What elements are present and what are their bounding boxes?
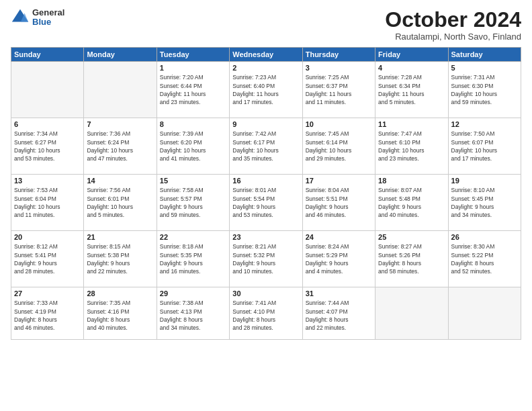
day-info: Sunrise: 7:41 AM Sunset: 4:10 PM Dayligh… <box>232 299 299 332</box>
day-number: 26 <box>451 233 518 241</box>
day-number: 21 <box>87 233 153 241</box>
header: General Blue October 2024 Rautalampi, No… <box>11 8 521 42</box>
day-info: Sunrise: 7:33 AM Sunset: 4:19 PM Dayligh… <box>14 299 81 332</box>
table-row: 17Sunrise: 8:04 AM Sunset: 5:51 PM Dayli… <box>302 175 375 231</box>
day-number: 10 <box>306 120 372 128</box>
day-info: Sunrise: 8:21 AM Sunset: 5:32 PM Dayligh… <box>232 242 299 275</box>
day-info: Sunrise: 7:38 AM Sunset: 4:13 PM Dayligh… <box>160 299 226 332</box>
day-number: 5 <box>451 64 518 72</box>
day-number: 2 <box>232 64 299 72</box>
logo-icon <box>11 8 30 27</box>
day-info: Sunrise: 8:18 AM Sunset: 5:35 PM Dayligh… <box>160 242 226 275</box>
day-info: Sunrise: 8:01 AM Sunset: 5:54 PM Dayligh… <box>232 186 299 219</box>
table-row: 28Sunrise: 7:35 AM Sunset: 4:16 PM Dayli… <box>84 287 157 340</box>
day-number: 8 <box>160 120 226 128</box>
day-number: 29 <box>160 289 226 298</box>
day-info: Sunrise: 7:36 AM Sunset: 6:24 PM Dayligh… <box>87 130 153 163</box>
day-number: 30 <box>232 289 299 298</box>
day-info: Sunrise: 7:39 AM Sunset: 6:20 PM Dayligh… <box>160 130 226 163</box>
page: General Blue October 2024 Rautalampi, No… <box>0 0 532 411</box>
table-row: 10Sunrise: 7:45 AM Sunset: 6:14 PM Dayli… <box>302 118 375 175</box>
day-info: Sunrise: 7:42 AM Sunset: 6:17 PM Dayligh… <box>232 130 299 163</box>
day-info: Sunrise: 7:58 AM Sunset: 5:57 PM Dayligh… <box>160 186 226 219</box>
day-info: Sunrise: 8:10 AM Sunset: 5:45 PM Dayligh… <box>451 186 518 219</box>
day-number: 4 <box>378 64 445 72</box>
calendar-week-2: 6Sunrise: 7:34 AM Sunset: 6:27 PM Daylig… <box>11 118 521 175</box>
day-number: 22 <box>160 233 226 241</box>
title-block: October 2024 Rautalampi, North Savo, Fin… <box>385 8 521 42</box>
calendar-table: Sunday Monday Tuesday Wednesday Thursday… <box>11 47 521 340</box>
day-info: Sunrise: 8:24 AM Sunset: 5:29 PM Dayligh… <box>306 242 372 275</box>
table-row: 11Sunrise: 7:47 AM Sunset: 6:10 PM Dayli… <box>375 118 448 175</box>
table-row <box>448 287 521 340</box>
col-monday: Monday <box>84 48 157 62</box>
day-info: Sunrise: 8:15 AM Sunset: 5:38 PM Dayligh… <box>87 242 153 275</box>
day-number: 25 <box>378 233 445 241</box>
day-number: 12 <box>451 120 518 128</box>
day-number: 16 <box>232 177 299 185</box>
table-row: 12Sunrise: 7:50 AM Sunset: 6:07 PM Dayli… <box>448 118 521 175</box>
day-number: 18 <box>378 177 445 185</box>
table-row: 18Sunrise: 8:07 AM Sunset: 5:48 PM Dayli… <box>375 175 448 231</box>
day-info: Sunrise: 7:23 AM Sunset: 6:40 PM Dayligh… <box>232 73 299 106</box>
table-row: 23Sunrise: 8:21 AM Sunset: 5:32 PM Dayli… <box>230 231 302 287</box>
table-row: 1Sunrise: 7:20 AM Sunset: 6:44 PM Daylig… <box>157 62 229 118</box>
day-number: 6 <box>14 120 81 128</box>
calendar-header-row: Sunday Monday Tuesday Wednesday Thursday… <box>11 48 521 62</box>
table-row: 20Sunrise: 8:12 AM Sunset: 5:41 PM Dayli… <box>11 231 84 287</box>
day-info: Sunrise: 7:28 AM Sunset: 6:34 PM Dayligh… <box>378 73 445 106</box>
day-info: Sunrise: 8:30 AM Sunset: 5:22 PM Dayligh… <box>451 242 518 275</box>
table-row: 16Sunrise: 8:01 AM Sunset: 5:54 PM Dayli… <box>230 175 302 231</box>
table-row: 30Sunrise: 7:41 AM Sunset: 4:10 PM Dayli… <box>230 287 302 340</box>
table-row: 29Sunrise: 7:38 AM Sunset: 4:13 PM Dayli… <box>157 287 229 340</box>
table-row: 31Sunrise: 7:44 AM Sunset: 4:07 PM Dayli… <box>302 287 375 340</box>
day-info: Sunrise: 8:12 AM Sunset: 5:41 PM Dayligh… <box>14 242 81 275</box>
day-number: 15 <box>160 177 226 185</box>
col-wednesday: Wednesday <box>230 48 302 62</box>
day-info: Sunrise: 7:25 AM Sunset: 6:37 PM Dayligh… <box>306 73 372 106</box>
col-saturday: Saturday <box>448 48 521 62</box>
col-thursday: Thursday <box>302 48 375 62</box>
table-row: 19Sunrise: 8:10 AM Sunset: 5:45 PM Dayli… <box>448 175 521 231</box>
table-row: 9Sunrise: 7:42 AM Sunset: 6:17 PM Daylig… <box>230 118 302 175</box>
day-number: 3 <box>306 64 372 72</box>
calendar-week-1: 1Sunrise: 7:20 AM Sunset: 6:44 PM Daylig… <box>11 62 521 118</box>
day-number: 24 <box>306 233 372 241</box>
table-row <box>84 62 157 118</box>
calendar-week-5: 27Sunrise: 7:33 AM Sunset: 4:19 PM Dayli… <box>11 287 521 340</box>
logo-blue: Blue <box>32 17 64 27</box>
day-number: 7 <box>87 120 153 128</box>
logo-general: General <box>32 8 64 17</box>
day-info: Sunrise: 8:27 AM Sunset: 5:26 PM Dayligh… <box>378 242 445 275</box>
table-row: 21Sunrise: 8:15 AM Sunset: 5:38 PM Dayli… <box>84 231 157 287</box>
table-row: 15Sunrise: 7:58 AM Sunset: 5:57 PM Dayli… <box>157 175 229 231</box>
table-row: 5Sunrise: 7:31 AM Sunset: 6:30 PM Daylig… <box>448 62 521 118</box>
day-number: 31 <box>306 289 372 298</box>
table-row: 24Sunrise: 8:24 AM Sunset: 5:29 PM Dayli… <box>302 231 375 287</box>
calendar-week-4: 20Sunrise: 8:12 AM Sunset: 5:41 PM Dayli… <box>11 231 521 287</box>
day-number: 27 <box>14 289 81 298</box>
col-sunday: Sunday <box>11 48 84 62</box>
day-info: Sunrise: 8:04 AM Sunset: 5:51 PM Dayligh… <box>306 186 372 219</box>
logo-text: General Blue <box>32 8 64 28</box>
month-title: October 2024 <box>385 8 521 32</box>
table-row: 25Sunrise: 8:27 AM Sunset: 5:26 PM Dayli… <box>375 231 448 287</box>
logo: General Blue <box>11 8 64 28</box>
day-number: 19 <box>451 177 518 185</box>
day-number: 1 <box>160 64 226 72</box>
col-tuesday: Tuesday <box>157 48 229 62</box>
table-row: 14Sunrise: 7:56 AM Sunset: 6:01 PM Dayli… <box>84 175 157 231</box>
table-row: 8Sunrise: 7:39 AM Sunset: 6:20 PM Daylig… <box>157 118 229 175</box>
table-row: 2Sunrise: 7:23 AM Sunset: 6:40 PM Daylig… <box>230 62 302 118</box>
table-row: 7Sunrise: 7:36 AM Sunset: 6:24 PM Daylig… <box>84 118 157 175</box>
table-row: 6Sunrise: 7:34 AM Sunset: 6:27 PM Daylig… <box>11 118 84 175</box>
day-number: 23 <box>232 233 299 241</box>
calendar-week-3: 13Sunrise: 7:53 AM Sunset: 6:04 PM Dayli… <box>11 175 521 231</box>
table-row: 3Sunrise: 7:25 AM Sunset: 6:37 PM Daylig… <box>302 62 375 118</box>
day-number: 9 <box>232 120 299 128</box>
day-number: 11 <box>378 120 445 128</box>
day-number: 17 <box>306 177 372 185</box>
day-number: 28 <box>87 289 153 298</box>
day-info: Sunrise: 7:35 AM Sunset: 4:16 PM Dayligh… <box>87 299 153 332</box>
day-info: Sunrise: 7:34 AM Sunset: 6:27 PM Dayligh… <box>14 130 81 163</box>
